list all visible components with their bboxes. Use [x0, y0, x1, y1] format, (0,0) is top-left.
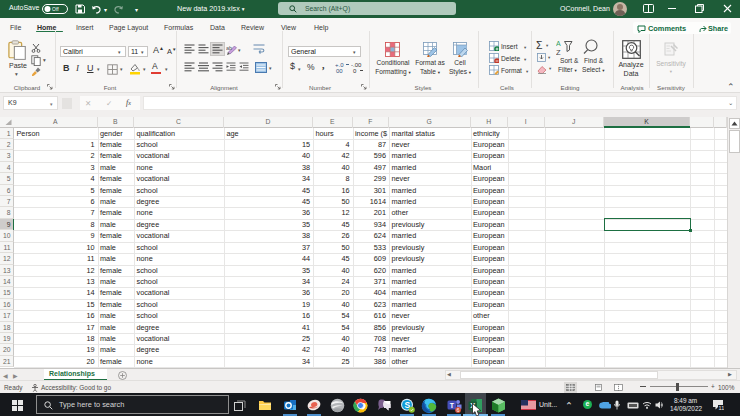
svg-text:Z: Z: [556, 48, 561, 56]
svg-text:11: 11: [719, 404, 725, 410]
svg-text:0: 0: [353, 68, 357, 74]
svg-text:T: T: [449, 401, 454, 408]
svg-text:ab: ab: [226, 45, 232, 51]
svg-text:A: A: [556, 40, 561, 47]
svg-text:Off: Off: [52, 6, 59, 12]
svg-text:00: 00: [336, 68, 343, 74]
svg-text:6: 6: [456, 407, 459, 413]
